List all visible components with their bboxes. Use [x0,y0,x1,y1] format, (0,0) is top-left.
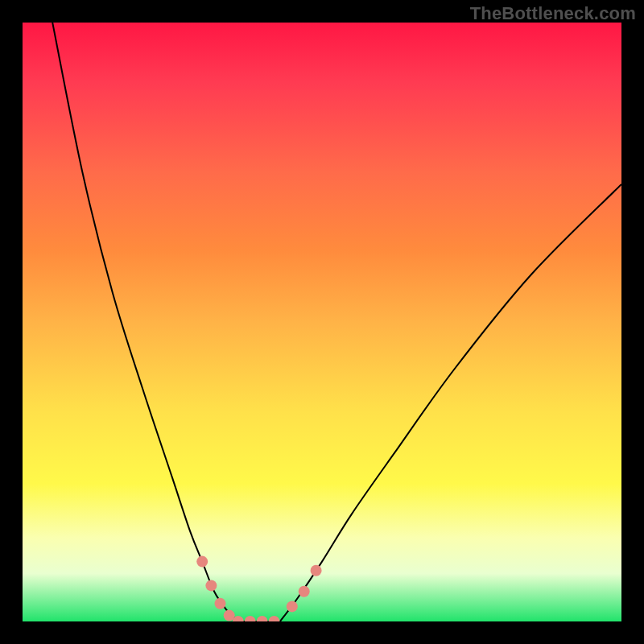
curve-marker [245,616,256,621]
curve-marker [299,586,310,597]
left-curve [52,23,238,621]
curve-marker [205,580,217,591]
curve-group [52,23,621,621]
right-curve [280,184,621,621]
chart-svg [23,23,621,621]
attribution-label: TheBottleneck.com [470,3,636,24]
curve-marker [257,616,268,621]
curve-marker [311,565,322,576]
marker-group [196,556,321,621]
curve-marker [215,598,226,609]
curve-marker [196,556,208,568]
plot-area [23,23,621,621]
curve-marker [287,601,298,612]
curve-marker [269,616,280,621]
chart-frame: TheBottleneck.com [0,0,644,644]
